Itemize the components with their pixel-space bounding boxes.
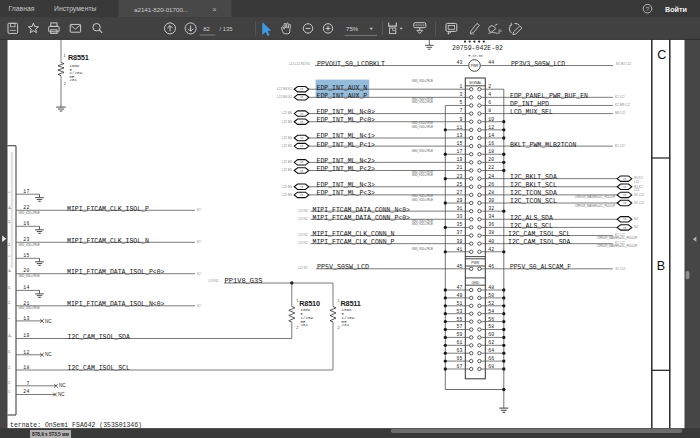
svg-text:MIPI_FTCAM_DATA_ISOL_N<0>: MIPI_FTCAM_DATA_ISOL_N<0>: [67, 301, 165, 308]
svg-text:+: +: [8, 254, 10, 258]
svg-text:37: 37: [456, 230, 462, 235]
svg-text:IG: IG: [623, 178, 627, 181]
svg-text:21: 21: [456, 165, 462, 170]
svg-text:55: 55: [456, 317, 462, 322]
svg-text:GND_VDD=TRUE: GND_VDD=TRUE: [19, 211, 41, 215]
svg-text:GND_VDD=TRUE: GND_VDD=TRUE: [412, 198, 434, 202]
svg-text:19: 19: [23, 333, 29, 338]
svg-text:20: 20: [488, 157, 494, 162]
svg-text:41: 41: [456, 247, 462, 252]
svg-text:44: 44: [488, 60, 494, 65]
svg-text:I2C_ALS_SDA: I2C_ALS_SDA: [510, 215, 553, 222]
svg-text:PP3V3_S0SW_LCD: PP3V3_S0SW_LCD: [511, 61, 565, 68]
svg-text:GND_VDD=TRUE: GND_VDD=TRUE: [19, 243, 41, 247]
svg-text:14: 14: [23, 285, 29, 290]
svg-text:59: 59: [456, 332, 462, 337]
svg-text:L22 K2: L22 K2: [298, 233, 308, 237]
svg-text:IG: IG: [623, 186, 627, 189]
svg-text:46: 46: [488, 264, 494, 269]
svg-text:L22 K2: L22 K2: [298, 266, 308, 270]
svg-text:EDP_INT_ML_N<2>: EDP_INT_ML_N<2>: [317, 158, 376, 165]
svg-text:K2: K2: [197, 272, 201, 276]
svg-text:L22: L22: [634, 188, 639, 192]
svg-text:2: 2: [64, 82, 66, 86]
svg-text:63: 63: [456, 348, 462, 353]
svg-text:/ 135: / 135: [220, 26, 234, 32]
svg-text:4+: 4+: [8, 334, 12, 338]
svg-text:IG: IG: [623, 202, 627, 205]
svg-text:65: 65: [456, 356, 462, 361]
svg-text:4+: 4+: [8, 269, 12, 273]
svg-text:R8510: R8510: [299, 299, 320, 308]
svg-text:GND_VDD=TRUE: GND_VDD=TRUE: [19, 274, 41, 278]
svg-text:SIGNAL: SIGNAL: [469, 81, 482, 85]
svg-text:Ab: Ab: [498, 29, 502, 33]
svg-text:19: 19: [456, 157, 462, 162]
svg-text:33: 33: [456, 214, 462, 219]
svg-text:B: B: [657, 259, 665, 273]
svg-text:20759-042E-02: 20759-042E-02: [452, 45, 503, 52]
svg-text:GND_VDD=TRUE: GND_VDD=TRUE: [412, 222, 434, 226]
svg-text:PWR: PWR: [471, 261, 480, 265]
svg-text:IG: IG: [300, 113, 304, 116]
svg-text:21: 21: [23, 301, 29, 306]
svg-text:201: 201: [342, 323, 350, 327]
svg-text:GND_VDD=TRUE: GND_VDD=TRUE: [412, 97, 434, 101]
svg-text:L19 N2: L19 N2: [209, 279, 219, 283]
svg-text:GND_VDD=TRUE: GND_VDD=TRUE: [412, 149, 434, 153]
svg-text:GND_VDD=TRUE: GND_VDD=TRUE: [19, 306, 41, 310]
svg-text:L22 M6: L22 M6: [282, 120, 293, 124]
svg-text:36: 36: [488, 222, 494, 227]
svg-text:12: 12: [23, 350, 29, 355]
svg-text:38: 38: [488, 230, 494, 235]
svg-text:MIPI_FTCAM_CLK_ISOL_P: MIPI_FTCAM_CLK_ISOL_P: [67, 206, 149, 213]
svg-text:I2C_TCON_SCL: I2C_TCON_SCL: [510, 198, 557, 205]
svg-text:EDP_INT_ML_P<2>: EDP_INT_ML_P<2>: [317, 166, 376, 173]
svg-text:2-: 2-: [8, 243, 11, 247]
svg-text:47: 47: [456, 285, 462, 290]
svg-text:4: 4: [488, 92, 491, 97]
svg-text:L22 K2: L22 K2: [298, 217, 308, 221]
svg-text:75%: 75%: [346, 25, 359, 32]
svg-text:GND_VDD=TRUE: GND_VDD=TRUE: [412, 173, 434, 177]
svg-text:201: 201: [70, 78, 78, 82]
svg-text:EDP_INT_ML_N<0>: EDP_INT_ML_N<0>: [317, 109, 376, 116]
svg-text:878,9 x 573,5 мм: 878,9 x 573,5 мм: [32, 432, 69, 437]
svg-text:IG: IG: [623, 218, 627, 221]
svg-text:IG: IG: [300, 161, 304, 164]
svg-text:42: 42: [488, 247, 494, 252]
svg-text:66: 66: [488, 356, 494, 361]
svg-text:?: ?: [646, 6, 649, 12]
svg-text:IG: IG: [300, 96, 304, 99]
svg-text:15: 15: [23, 253, 29, 258]
svg-text:BKLT_PWM_MLB2TCON: BKLT_PWM_MLB2TCON: [510, 142, 576, 149]
svg-text:IG: IG: [623, 194, 627, 197]
svg-text:EDP_INT_ML_N<3>: EDP_INT_ML_N<3>: [317, 182, 376, 189]
svg-text:CRPU09_WAIVER=I2C_PULLUP: CRPU09_WAIVER=I2C_PULLUP: [597, 236, 638, 240]
svg-text:51: 51: [456, 301, 462, 306]
svg-text:MIPI_FTCAM_DATA_CONN_P<0>: MIPI_FTCAM_DATA_CONN_P<0>: [313, 215, 411, 222]
svg-text:58: 58: [488, 324, 494, 329]
svg-text:26: 26: [488, 182, 494, 187]
svg-text:IG: IG: [623, 227, 627, 230]
svg-text:1: 1: [460, 84, 463, 89]
svg-text:18: 18: [23, 365, 29, 370]
svg-text:52: 52: [488, 301, 494, 306]
svg-text:I2C_TCON_SDA: I2C_TCON_SDA: [510, 190, 557, 197]
svg-text:ternate: OnSemi FSA642 (353S01: ternate: OnSemi FSA642 (353S01346): [10, 422, 142, 429]
svg-text:GND_VDD=TRUE: GND_VDD=TRUE: [412, 79, 434, 83]
svg-text:11: 11: [456, 125, 462, 130]
svg-text:LCD_MUX_SEL: LCD_MUX_SEL: [510, 109, 553, 116]
svg-text:GND: GND: [471, 281, 479, 285]
svg-text:82: 82: [203, 26, 210, 32]
svg-text:39: 39: [456, 239, 462, 244]
svg-text:64: 64: [488, 348, 494, 353]
svg-text:62: 62: [488, 340, 494, 345]
svg-text:PP1V8_G3S: PP1V8_G3S: [225, 278, 263, 285]
svg-text:3: 3: [460, 92, 463, 97]
svg-text:C: C: [657, 48, 666, 62]
svg-text:K2 L22: K2 L22: [615, 144, 625, 148]
svg-text:IG: IG: [300, 137, 304, 140]
svg-text:N1 M2 L22: N1 M2 L22: [616, 62, 631, 66]
svg-text:27: 27: [456, 190, 462, 195]
